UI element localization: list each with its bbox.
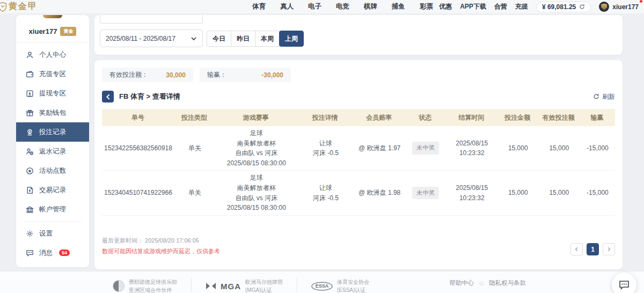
app-download-link[interactable]: APP下载 <box>460 2 486 11</box>
status-badge: 未中奖 <box>412 142 440 155</box>
valid-bet-label: 有效投注额： <box>109 70 148 79</box>
bank-icon <box>26 206 34 214</box>
deposit-withdraw-link[interactable]: 充提 <box>515 2 528 11</box>
cell-win-loss: -15,000 <box>580 141 616 156</box>
page-title: FB 体育 > 查看详情 <box>119 92 180 101</box>
cell-status: 未中奖 <box>405 140 446 157</box>
partner-link[interactable]: 合营 <box>494 2 507 11</box>
mga-logo-text: MGA <box>221 282 241 291</box>
cell-game-event: 足球 南美解放者杯 自由队 vs 河床 2025/08/15 08:30:00 <box>215 171 297 215</box>
summary-row: 有效投注额： 30,000 输赢： -30,000 <box>102 68 615 82</box>
sidebar-item-messages[interactable]: 消息 54 <box>16 243 89 262</box>
table-header-row: 单号 投注类型 游戏赛事 投注详情 会员赔率 状态 结算时间 投注金额 有效投注… <box>102 109 615 126</box>
page-1-button[interactable]: 1 <box>587 243 599 255</box>
divider <box>24 221 82 222</box>
refresh-balance-icon[interactable] <box>579 4 585 10</box>
refresh-label: 刷新 <box>602 92 615 101</box>
col-status: 状态 <box>405 111 445 125</box>
nav-esports[interactable]: 电竞 <box>336 2 349 11</box>
status-badge: 未中奖 <box>412 187 440 200</box>
date-quick-tabs: 今日 昨日 本周 上周 <box>207 31 304 47</box>
partner-line1: 欧洲马尔他牌照 <box>245 278 283 286</box>
chat-support-button[interactable] <box>612 273 636 293</box>
table-row: 1523422556382560918 单关 足球 南美解放者杯 自由队 vs … <box>102 126 615 171</box>
sidebar-item-deposit[interactable]: 充值专区 <box>16 64 89 84</box>
balance-display[interactable]: ¥ 69,081.25 <box>536 2 591 12</box>
partner-line2: (ESSA)认证 <box>337 286 369 293</box>
promo-link[interactable]: 优惠 <box>439 2 452 11</box>
sidebar-item-account-management[interactable]: 帐户管理 <box>16 200 89 219</box>
last-updated-text: 最后更新时间： 2025/08/20 17:06:05 <box>102 237 220 245</box>
top-header: 黄金甲 体育 真人 电子 电竞 棋牌 捕鱼 彩票 优惠 APP下载 合营 充提 … <box>0 0 644 14</box>
nav-sports[interactable]: 体育 <box>252 2 266 11</box>
date-range-value: 2025/08/11 - 2025/08/17 <box>106 35 175 42</box>
cell-bet-amount: 15,000 <box>497 141 538 156</box>
sidebar-item-bet-records[interactable]: 投注记录 <box>16 122 89 142</box>
nav-slots[interactable]: 电子 <box>308 2 321 11</box>
cell-bet-type: 单关 <box>174 141 215 156</box>
cell-bet-amount: 15,000 <box>497 186 538 200</box>
chevron-down-icon <box>191 35 197 42</box>
avatar <box>599 2 609 12</box>
help-center-link[interactable]: 帮助中心 <box>449 279 474 287</box>
nav-fishing[interactable]: 捕鱼 <box>392 2 405 11</box>
cell-settle-time: 2025/08/15 10:23:32 <box>446 136 497 160</box>
refresh-icon <box>593 93 599 100</box>
user-menu[interactable]: xiuer177 <box>599 2 639 12</box>
mga-logo-icon <box>206 282 216 290</box>
date-range-select[interactable]: 2025/08/11 - 2025/08/17 <box>100 30 203 47</box>
partner-feyenoord: 费耶诺德足球俱乐部 亚洲区域合作伙伴 <box>113 278 177 293</box>
valid-bet-value: 30,000 <box>166 71 186 79</box>
divider <box>16 42 89 43</box>
cell-bet-detail: 让球 河床 -0.5 <box>297 136 354 160</box>
sidebar-item-settings[interactable]: 设置 <box>16 224 89 243</box>
sidebar-item-withdraw[interactable]: 提现专区 <box>16 84 89 103</box>
balance-amount: ¥ 69,081.25 <box>542 3 576 11</box>
sidebar-user: xiuer177 黄金 <box>16 18 89 42</box>
cell-bet-detail: 让球 河床 -0.5 <box>297 181 354 205</box>
win-loss-value: -30,000 <box>261 71 283 79</box>
partner-line2: (MGA)认证 <box>245 286 283 293</box>
tab-last-week[interactable]: 上周 <box>279 31 304 47</box>
sidebar-item-activity-points[interactable]: 活动点数 <box>16 161 89 180</box>
essa-logo-icon: ESSA <box>311 282 333 291</box>
nav-live[interactable]: 真人 <box>280 2 294 11</box>
prev-page-button[interactable] <box>570 243 583 255</box>
partner-line2: 亚洲区域合作伙伴 <box>129 286 177 293</box>
sidebar-item-transaction-records[interactable]: 交易记录 <box>16 180 89 200</box>
tab-yesterday[interactable]: 昨日 <box>231 31 255 47</box>
divider <box>297 278 297 292</box>
message-icon <box>26 249 34 257</box>
brand-logo[interactable]: 黄金甲 <box>0 1 38 13</box>
sidebar-item-personal-center[interactable]: 个人中心 <box>16 45 89 64</box>
chevron-left-icon <box>574 247 579 252</box>
sidebar: xiuer177 黄金 个人中心 充值专区 提现专区 奖励钱包 投注记录 返水记… <box>16 15 89 267</box>
nav-cards[interactable]: 棋牌 <box>364 2 377 11</box>
sidebar-item-label: 设置 <box>39 229 53 238</box>
next-page-button[interactable] <box>603 243 615 255</box>
col-game-event: 游戏赛事 <box>215 111 297 125</box>
privacy-terms-link[interactable]: 隐私权与条款 <box>489 279 526 287</box>
sidebar-item-rebate-records[interactable]: 返水记录 <box>16 142 89 161</box>
nav-lottery[interactable]: 彩票 <box>420 2 433 11</box>
col-order-no: 单号 <box>102 111 174 125</box>
tab-this-week[interactable]: 本周 <box>255 31 280 47</box>
col-settle-time: 结算时间 <box>445 111 497 125</box>
valid-bet-summary: 有效投注额： 30,000 <box>102 68 193 82</box>
truncated-select[interactable] <box>100 15 203 24</box>
tab-today[interactable]: 今日 <box>207 31 231 47</box>
sidebar-username: xiuer177 <box>29 27 57 35</box>
update-notes: 最后更新时间： 2025/08/20 17:06:05 数据可能因结算或游戏维护… <box>102 237 220 255</box>
cell-bet-type: 单关 <box>174 186 215 200</box>
win-loss-summary: 输赢： -30,000 <box>200 68 291 82</box>
sidebar-item-reward-wallet[interactable]: 奖励钱包 <box>16 103 89 122</box>
star-circle-icon <box>26 167 34 175</box>
refresh-button[interactable]: 刷新 <box>593 92 615 101</box>
cell-order-no: 1523422556382560918 <box>102 141 174 156</box>
partner-line1: 体育安全协会 <box>337 278 369 286</box>
dot-separator: ◇ <box>479 280 484 286</box>
col-odds: 会员赔率 <box>353 111 405 125</box>
back-button[interactable] <box>102 91 114 102</box>
cell-status: 未中奖 <box>405 185 446 202</box>
feyenoord-logo-icon <box>113 280 125 292</box>
